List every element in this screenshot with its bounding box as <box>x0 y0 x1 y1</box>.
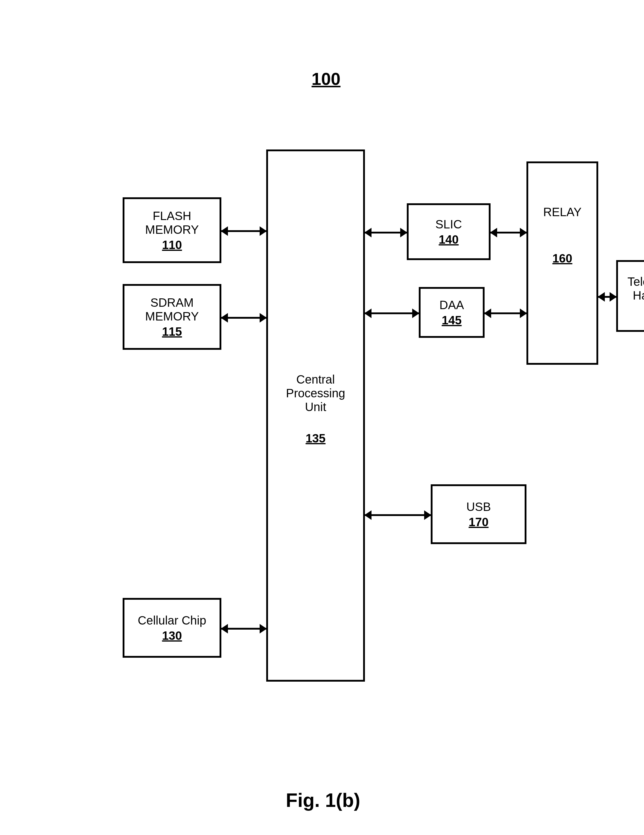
block-sdram: SDRAM MEMORY 115 <box>123 284 221 350</box>
sdram-ref: 115 <box>162 325 182 338</box>
flash-ref: 110 <box>162 238 182 252</box>
arrow-cellular-cpu <box>221 628 266 630</box>
block-slic: SLIC 140 <box>407 203 491 260</box>
arrow-sdram-cpu <box>221 317 266 319</box>
cellular-label: Cellular Chip <box>138 614 207 627</box>
cpu-label: Central Processing Unit <box>286 372 345 414</box>
block-relay: RELAY 160 <box>527 161 598 365</box>
usb-ref: 170 <box>469 515 489 529</box>
cpu-ref: 135 <box>306 432 326 445</box>
block-usb: USB 170 <box>431 484 527 544</box>
flash-label: FLASH MEMORY <box>145 209 198 237</box>
block-cpu: Central Processing Unit 135 <box>266 149 365 682</box>
cellular-ref: 130 <box>162 629 182 642</box>
arrow-slic-relay <box>491 232 527 234</box>
handset-label: Telephone Handset <box>628 275 644 302</box>
diagram-page: 100 Central Processing Unit 135 FLASH ME… <box>0 0 644 835</box>
arrow-daa-relay <box>485 312 527 314</box>
daa-label: DAA <box>439 298 464 312</box>
slic-ref: 140 <box>439 233 459 246</box>
figure-caption: Fig. 1(b) <box>269 789 377 811</box>
arrow-cpu-slic <box>365 232 407 234</box>
arrow-cpu-daa <box>365 312 419 314</box>
relay-ref: 160 <box>553 252 572 265</box>
slic-label: SLIC <box>436 217 462 231</box>
arrow-cpu-usb <box>365 514 431 516</box>
usb-label: USB <box>466 500 491 513</box>
sdram-label: SDRAM MEMORY <box>145 296 198 323</box>
block-flash: FLASH MEMORY 110 <box>123 197 221 263</box>
block-handset: Telephone Handset 165 <box>616 260 644 332</box>
relay-label: RELAY <box>543 205 582 219</box>
daa-ref: 145 <box>442 314 462 327</box>
diagram-title-ref: 100 <box>302 69 350 89</box>
arrow-flash-cpu <box>221 230 266 232</box>
arrow-relay-handset <box>598 296 616 298</box>
block-cellular: Cellular Chip 130 <box>123 598 221 658</box>
block-daa: DAA 145 <box>419 287 485 338</box>
